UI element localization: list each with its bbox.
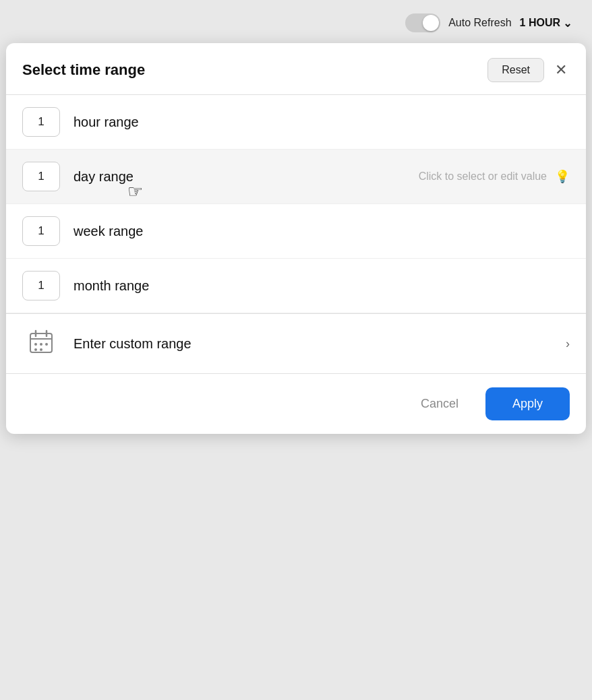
reset-button[interactable]: Reset [487,58,544,82]
day-range-hint: Click to select or edit value [419,170,547,183]
modal-title: Select time range [22,61,145,79]
auto-refresh-toggle[interactable] [405,13,440,32]
month-range-row[interactable]: 1 month range [6,259,586,313]
hour-value: 1 HOUR [520,17,560,29]
hour-range-label: hour range [73,115,570,130]
svg-point-7 [34,348,37,351]
cursor-hand-indicator: ☞ [127,181,143,202]
chevron-right-icon: › [566,337,570,351]
svg-point-6 [45,343,48,346]
modal-header: Select time range Reset ✕ [6,43,586,95]
month-range-label: month range [73,278,570,294]
day-number: 1 [38,170,44,183]
close-button[interactable]: ✕ [552,60,570,80]
hour-selector[interactable]: 1 HOUR ⌄ [520,17,572,30]
svg-point-8 [40,348,42,351]
week-range-label: week range [73,224,570,239]
svg-point-5 [40,343,42,346]
day-range-row[interactable]: 1 day range Click to select or edit valu… [6,150,586,204]
calendar-icon [29,329,53,358]
hour-number: 1 [38,115,44,129]
week-range-row[interactable]: 1 week range [6,204,586,259]
month-number: 1 [38,279,44,292]
hour-value-box[interactable]: 1 [22,107,60,137]
week-value-box[interactable]: 1 [22,216,60,246]
lightbulb-icon: 💡 [555,169,570,184]
day-value-box[interactable]: 1 [22,162,60,191]
toggle-knob [423,15,439,31]
time-range-modal: Select time range Reset ✕ 1 hour range 1… [6,43,586,434]
range-list: 1 hour range 1 day range Click to select… [6,95,586,373]
custom-range-label: Enter custom range [73,336,566,352]
day-range-label: day range [73,169,419,185]
hour-range-row[interactable]: 1 hour range [6,95,586,150]
apply-button[interactable]: Apply [485,387,570,420]
cancel-button[interactable]: Cancel [407,389,472,419]
top-bar: Auto Refresh 1 HOUR ⌄ [405,13,592,32]
calendar-icon-container [22,329,60,358]
chevron-down-icon: ⌄ [563,17,572,30]
month-value-box[interactable]: 1 [22,271,60,300]
custom-range-row[interactable]: Enter custom range › [6,313,586,373]
header-actions: Reset ✕ [487,58,570,82]
week-number: 1 [38,224,44,238]
auto-refresh-label: Auto Refresh [448,17,511,29]
svg-point-4 [34,343,37,346]
modal-footer: Cancel Apply [6,373,586,434]
